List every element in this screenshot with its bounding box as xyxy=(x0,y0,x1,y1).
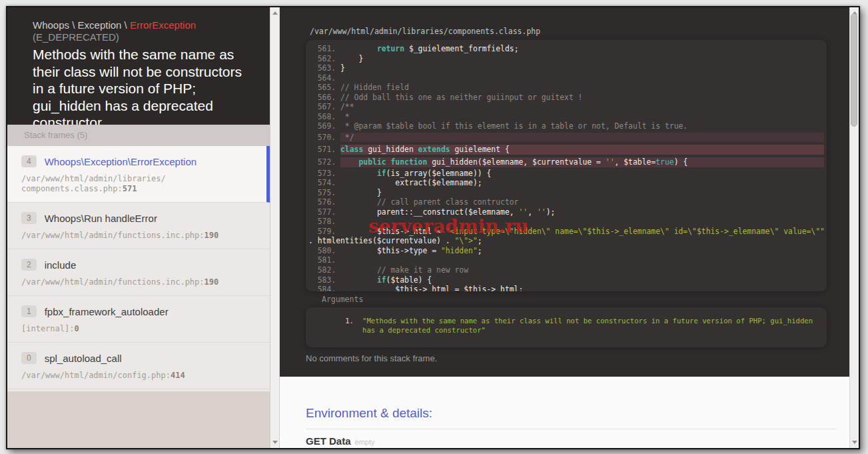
code-line: 574. extract($elemname); xyxy=(308,178,824,188)
line-number: 578. xyxy=(308,217,340,226)
code-token xyxy=(340,169,377,178)
breadcrumb-prefix: Whoops \ Exception \ xyxy=(33,19,130,31)
code-token: public xyxy=(358,157,386,167)
code-token: // Odd ball this one as neither guiinput… xyxy=(340,93,582,102)
frame-index-badge: 1 xyxy=(21,305,37,317)
code-line: 580. $this->type = "hidden"; xyxy=(308,246,824,256)
section-divider xyxy=(306,429,836,429)
highlighted-code: */ xyxy=(340,133,824,143)
code-token: extends xyxy=(418,145,450,154)
page-scrollbar[interactable] xyxy=(849,7,859,448)
scroll-down-icon[interactable] xyxy=(272,441,278,444)
line-number: 576. xyxy=(308,197,340,207)
page-scroll-down-icon[interactable] xyxy=(852,441,857,444)
code-token: true xyxy=(655,157,673,167)
frame-path: /var/www/html/admin/libraries/ component… xyxy=(21,174,250,194)
code-lines: 561. return $_guielement_formfields; 562… xyxy=(308,44,824,291)
code-token: */ xyxy=(340,133,354,142)
frame-title: Whoops\Run handleError xyxy=(45,213,157,224)
frame-index-badge: 2 xyxy=(21,259,37,271)
line-number: 581. xyxy=(308,255,340,265)
argument-index: 1. xyxy=(306,316,354,335)
stack-frame-3[interactable]: 3Whoops\Run handleError/var/www/html/adm… xyxy=(7,203,270,249)
code-line: 576. // call parent class contructor xyxy=(308,197,824,207)
stack-frame-2[interactable]: 2include/var/www/html/admin/functions.in… xyxy=(7,249,270,296)
frame-title: fpbx_framework_autoloader xyxy=(45,306,169,317)
code-line: 579. $this->_html = "<input type=\"hidde… xyxy=(308,227,824,237)
code-token: ) { xyxy=(674,157,688,167)
code-line: . htmlentities($currentvalue) . "\">"; xyxy=(308,236,824,246)
code-block: 561. return $_guielement_formfields; 562… xyxy=(306,40,827,291)
code-token: * @param $table bool if this element is … xyxy=(340,121,687,131)
scroll-up-icon[interactable] xyxy=(272,11,278,15)
code-token: // call parent class contructor xyxy=(340,197,518,207)
code-line: 568. * xyxy=(308,112,824,122)
line-number: 571. xyxy=(308,145,340,155)
stack-frame-1[interactable]: 1fpbx_framework_autoloader[internal]:0 xyxy=(7,296,270,343)
code-line: 575. } xyxy=(308,188,824,198)
line-number: 568. xyxy=(308,112,340,121)
frame-path: /var/www/html/admin/functions.inc.php:19… xyxy=(21,231,254,241)
frame-path: [internal]:0 xyxy=(21,324,254,334)
line-number: 582. xyxy=(308,265,340,275)
code-line: 561. return $_guielement_formfields; xyxy=(308,44,824,54)
frame-path: /var/www/html/admin/config.php:414 xyxy=(21,371,254,381)
code-token: "\">" xyxy=(454,236,477,245)
code-token: . htmlentities($currentvalue) . xyxy=(308,236,454,245)
code-token: if xyxy=(377,275,386,285)
line-number: 572. xyxy=(308,157,340,167)
environment-details-section: Environment & details: GET Dataempty xyxy=(280,377,849,448)
stack-frames-header: Stack frames (5) xyxy=(7,125,270,146)
stack-frame-4[interactable]: 4Whoops\Exception\ErrorException/var/www… xyxy=(7,146,270,203)
code-line: 569. * @param $table bool if this elemen… xyxy=(308,121,824,131)
details-heading: Environment & details: xyxy=(306,406,432,421)
code-line: 570. */ xyxy=(308,131,824,144)
frame-title-row: 3Whoops\Run handleError xyxy=(21,211,254,225)
frame-index-badge: 4 xyxy=(21,155,37,167)
code-token: gui_hidden($elemname, $currentvalue = xyxy=(427,157,605,167)
frame-detail-panel: /var/www/html/admin/libraries/components… xyxy=(280,7,849,448)
code-token: $this->_html = $this->_html; xyxy=(340,285,523,291)
code-token xyxy=(340,157,358,167)
code-line: 565. // Hidden field xyxy=(308,83,824,93)
code-line: 578. xyxy=(308,217,824,227)
code-line: 563. } xyxy=(308,63,824,73)
arguments-box: 1."Methods with the same name as their c… xyxy=(306,307,827,347)
frame-title: include xyxy=(45,259,77,271)
code-token: extract($elemname); xyxy=(340,178,482,187)
code-token: $this->_html = xyxy=(340,227,446,236)
code-token: } xyxy=(340,188,382,197)
stack-frame-0[interactable]: 0spl_autoload_call/var/www/html/admin/co… xyxy=(7,343,270,389)
code-token: '' xyxy=(518,207,528,217)
exception-breadcrumb: Whoops \ Exception \ ErrorException xyxy=(33,19,255,31)
code-line: 581. xyxy=(308,255,824,265)
line-number: 562. xyxy=(308,54,340,63)
frame-line-number: 0 xyxy=(74,324,79,333)
line-number: 580. xyxy=(308,246,340,255)
frame-path: /var/www/html/admin/functions.inc.php:19… xyxy=(21,277,254,287)
line-number: 565. xyxy=(308,83,340,92)
line-number: 584. xyxy=(308,285,340,291)
code-line: 583. if($table) { xyxy=(308,275,824,285)
code-token: function xyxy=(390,157,427,167)
exception-class: ErrorException xyxy=(130,19,196,31)
code-token: parent::__construct($elemname, xyxy=(340,207,518,217)
code-line: 567. /** xyxy=(308,102,824,112)
argument-value: "Methods with the same name as their cla… xyxy=(362,316,819,335)
frames-list-filler xyxy=(7,391,270,448)
code-token xyxy=(340,44,377,53)
frame-index-badge: 3 xyxy=(21,212,37,224)
line-number: 566. xyxy=(308,93,340,102)
sidebar-scrollbar[interactable] xyxy=(270,7,280,448)
get-data-label: GET Data xyxy=(306,435,351,447)
code-token: $this->type = xyxy=(340,246,441,255)
code-token: ; xyxy=(478,246,482,255)
line-number: 564. xyxy=(308,73,340,83)
code-token: ; xyxy=(478,236,482,245)
code-token xyxy=(340,275,377,285)
code-token: ($table) { xyxy=(386,275,432,285)
page-scrollbar-thumb[interactable] xyxy=(851,13,857,127)
code-token: if xyxy=(377,169,386,178)
code-token: return xyxy=(377,44,404,53)
code-line: 582. // make it a new row xyxy=(308,265,824,275)
